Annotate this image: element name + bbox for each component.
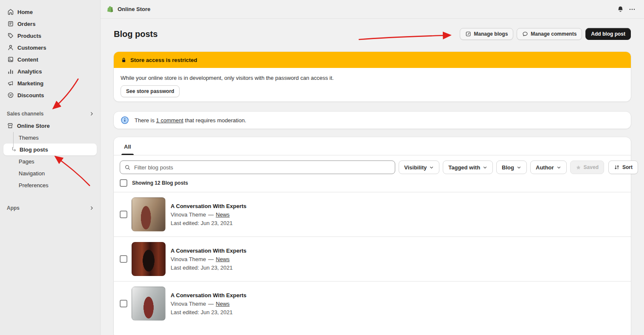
lock-icon: [121, 57, 127, 63]
apps-label: Apps: [7, 205, 20, 211]
sidebar-item-label: Blog posts: [20, 146, 48, 153]
notifications-bell-icon[interactable]: [614, 3, 626, 15]
post-theme: Vinova Theme: [171, 301, 206, 307]
see-store-password-button[interactable]: See store password: [121, 85, 180, 97]
sort-label: Sort: [622, 164, 633, 170]
sidebar-item-label: Content: [17, 56, 38, 63]
blog-post-row[interactable]: A Conversation With Experts Vinova Theme…: [114, 281, 631, 326]
sidebar-item-label: Online Store: [17, 123, 50, 129]
storefront-icon: [7, 122, 14, 129]
manage-blogs-label: Manage blogs: [474, 31, 508, 37]
post-blog-link[interactable]: News: [216, 211, 230, 218]
moderation-banner: There is 1 comment that requires moderat…: [114, 112, 631, 129]
visibility-filter-dropdown[interactable]: Visibility: [399, 160, 439, 174]
sidebar-item-blog-posts[interactable]: Blog posts: [3, 144, 97, 155]
sidebar-item-products[interactable]: Products: [3, 30, 97, 42]
blog-post-row[interactable]: A Conversation With Experts Vinova Theme…: [114, 192, 631, 236]
sidebar-item-home[interactable]: Home: [3, 6, 97, 18]
chevron-right-icon: [89, 206, 94, 211]
home-icon: [7, 8, 14, 16]
sidebar-item-pages[interactable]: Pages: [0, 155, 100, 167]
sales-channels-header[interactable]: Sales channels: [0, 108, 100, 120]
search-icon: [124, 164, 131, 171]
post-title-link[interactable]: A Conversation With Experts: [171, 292, 247, 298]
filter-blog-posts-input[interactable]: [134, 164, 391, 171]
see-store-password-label: See store password: [126, 88, 174, 94]
sidebar-item-preferences[interactable]: Preferences: [0, 179, 100, 191]
comment-icon: [522, 31, 528, 37]
meta-separator: —: [208, 211, 214, 218]
analytics-icon: [7, 68, 14, 75]
edit-icon: [465, 31, 471, 37]
select-all-checkbox[interactable]: [120, 179, 127, 187]
author-filter-dropdown[interactable]: Author: [530, 160, 567, 174]
row-checkbox[interactable]: [120, 300, 127, 307]
post-info: A Conversation With Experts Vinova Theme…: [171, 292, 247, 315]
manage-comments-button[interactable]: Manage comments: [517, 28, 582, 40]
post-info: A Conversation With Experts Vinova Theme…: [171, 203, 247, 226]
discounts-icon: [7, 92, 14, 99]
post-title-link[interactable]: A Conversation With Experts: [171, 248, 247, 254]
store-access-banner: Store access is restricted While your on…: [114, 52, 631, 101]
post-meta: Vinova Theme — News: [171, 301, 247, 307]
post-blog-link[interactable]: News: [216, 301, 230, 307]
shopify-logo-icon: [107, 6, 114, 13]
post-info: A Conversation With Experts Vinova Theme…: [171, 248, 247, 271]
add-blog-post-button[interactable]: Add blog post: [585, 28, 631, 40]
blog-filter-dropdown[interactable]: Blog: [496, 160, 527, 174]
add-blog-post-label: Add blog post: [591, 31, 625, 37]
sidebar-item-customers[interactable]: Customers: [3, 42, 97, 53]
sidebar-item-online-store[interactable]: Online Store: [0, 120, 100, 132]
post-title-link[interactable]: A Conversation With Experts: [171, 203, 247, 209]
more-options-icon[interactable]: [626, 3, 638, 15]
apps-header[interactable]: Apps: [0, 202, 100, 214]
row-checkbox[interactable]: [120, 211, 127, 218]
manage-comments-label: Manage comments: [531, 31, 577, 37]
sidebar-item-marketing[interactable]: Marketing: [3, 77, 97, 89]
post-thumbnail: [132, 242, 166, 276]
saved-button[interactable]: Saved: [570, 160, 604, 174]
post-last-edited: Last edited: Jun 23, 2021: [171, 220, 247, 226]
sidebar-item-label: Customers: [17, 45, 46, 51]
blog-post-row[interactable]: A Conversation With Experts Vinova Theme…: [114, 236, 631, 281]
row-checkbox[interactable]: [120, 255, 127, 263]
tab-all[interactable]: All: [120, 141, 135, 155]
sidebar-item-navigation[interactable]: Navigation: [0, 167, 100, 179]
manage-blogs-button[interactable]: Manage blogs: [460, 28, 513, 40]
sidebar-item-content[interactable]: Content: [3, 53, 97, 65]
tabs-bar: All: [114, 137, 631, 155]
customers-icon: [7, 44, 14, 51]
post-last-edited: Last edited: Jun 23, 2021: [171, 265, 247, 271]
sidebar-item-themes[interactable]: Themes: [0, 132, 100, 144]
info-icon: [121, 116, 129, 124]
sidebar-item-label: Pages: [19, 158, 34, 165]
moderation-text-after: that requires moderation.: [185, 117, 247, 124]
blog-posts-card: All Visibility Tagged with Blog Author: [114, 137, 631, 335]
chevron-down-icon: [517, 165, 521, 170]
post-thumbnail: [132, 287, 166, 321]
orders-icon: [7, 20, 14, 28]
sidebar-item-discounts[interactable]: Discounts: [3, 89, 97, 101]
topbar-app-title: Online Store: [118, 6, 150, 12]
meta-separator: —: [208, 301, 214, 307]
sidebar-item-orders[interactable]: Orders: [3, 18, 97, 30]
store-access-banner-header: Store access is restricted: [114, 52, 631, 68]
sidebar-item-label: Navigation: [19, 170, 45, 177]
corner-arrow-icon: [11, 146, 17, 152]
filter-right-tools: Saved Sort: [570, 160, 638, 174]
chevron-down-icon: [483, 165, 487, 170]
sidebar: Home Orders Products Customers Content A…: [0, 0, 101, 335]
post-theme: Vinova Theme: [171, 256, 206, 262]
topbar: Online Store: [101, 0, 644, 19]
page-header: Blog posts Manage blogs Manage comments …: [114, 28, 631, 40]
page-title: Blog posts: [114, 29, 157, 39]
post-thumbnail: [132, 197, 166, 231]
sidebar-item-label: Analytics: [17, 68, 42, 75]
store-access-banner-text: While your online store is in developmen…: [121, 75, 624, 81]
sidebar-item-analytics[interactable]: Analytics: [3, 65, 97, 77]
sort-button[interactable]: Sort: [608, 160, 638, 174]
saved-label: Saved: [584, 164, 599, 170]
comment-moderation-link[interactable]: 1 comment: [156, 117, 183, 124]
post-blog-link[interactable]: News: [216, 256, 230, 262]
tagged-with-filter-dropdown[interactable]: Tagged with: [443, 160, 493, 174]
